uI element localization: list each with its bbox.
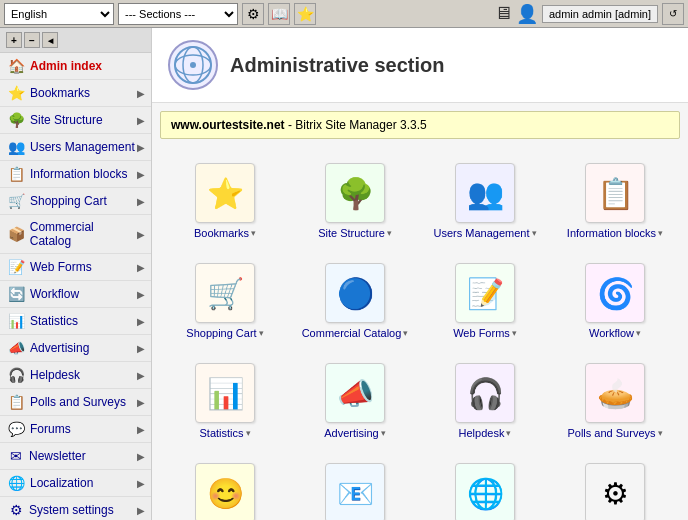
commercial-catalog-dropdown-icon[interactable]: ▾ <box>403 328 408 338</box>
forums-emoji: 😊 <box>207 476 244 511</box>
section-select[interactable]: --- Sections --- <box>118 3 238 25</box>
sidebar-nav-btn[interactable]: ◂ <box>42 32 58 48</box>
sidebar-item-polls-surveys[interactable]: 📋 Polls and Surveys ▶ <box>0 389 151 416</box>
sidebar-arrow: ▶ <box>137 115 145 126</box>
sidebar-item-left: 🏠 Admin index <box>8 58 102 74</box>
sidebar-arrow: ▶ <box>137 397 145 408</box>
icon-cell-forums[interactable]: 😊 Forums ▾ <box>164 455 286 520</box>
sidebar-item-left: ⭐ Bookmarks <box>8 85 90 101</box>
sidebar-item-bookmarks[interactable]: ⭐ Bookmarks ▶ <box>0 80 151 107</box>
statistics-dropdown-icon[interactable]: ▾ <box>246 428 251 438</box>
shopping-cart-label: Shopping Cart ▾ <box>186 327 263 339</box>
sidebar-item-left: 📣 Advertising <box>8 340 89 356</box>
polls-surveys-dropdown-icon[interactable]: ▾ <box>658 428 663 438</box>
icon-cell-statistics[interactable]: 📊 Statistics ▾ <box>164 355 286 447</box>
web-forms-emoji: 📝 <box>467 276 504 311</box>
sidebar-label: Forums <box>30 422 71 436</box>
sidebar-label: Shopping Cart <box>30 194 107 208</box>
sidebar-item-admin-index[interactable]: 🏠 Admin index <box>0 53 151 80</box>
sidebar-expand-btn[interactable]: + <box>6 32 22 48</box>
advertising-dropdown-icon[interactable]: ▾ <box>381 428 386 438</box>
system-settings-icon: ⚙ <box>8 502 24 518</box>
icon-cell-newsletter[interactable]: 📧 Newsletter ▾ <box>294 455 416 520</box>
sidebar-item-system-settings[interactable]: ⚙ System settings ▶ <box>0 497 151 520</box>
icon-cell-advertising[interactable]: 📣 Advertising ▾ <box>294 355 416 447</box>
bookmarks-dropdown-icon[interactable]: ▾ <box>251 228 256 238</box>
site-structure-dropdown-icon[interactable]: ▾ <box>387 228 392 238</box>
workflow-dropdown-icon[interactable]: ▾ <box>636 328 641 338</box>
icon-cell-helpdesk[interactable]: 🎧 Helpdesk ▾ <box>424 355 546 447</box>
web-forms-dropdown-icon[interactable]: ▾ <box>512 328 517 338</box>
sidebar-label: Site Structure <box>30 113 103 127</box>
icon-cell-polls-surveys[interactable]: 🥧 Polls and Surveys ▾ <box>554 355 676 447</box>
sidebar-item-site-structure[interactable]: 🌳 Site Structure ▶ <box>0 107 151 134</box>
statistics-icon-box: 📊 <box>195 363 255 423</box>
settings-icon-btn[interactable]: ⚙ <box>242 3 264 25</box>
sidebar-item-web-forms[interactable]: 📝 Web Forms ▶ <box>0 254 151 281</box>
icon-cell-information-blocks[interactable]: 📋 Information blocks ▾ <box>554 155 676 247</box>
sidebar-item-left: 🌳 Site Structure <box>8 112 103 128</box>
localization-icon-box: 🌐 <box>455 463 515 520</box>
newsletter-emoji: 📧 <box>337 476 374 511</box>
information-blocks-icon: 📋 <box>8 166 25 182</box>
sidebar-arrow: ▶ <box>137 424 145 435</box>
sidebar-arrow: ▶ <box>137 370 145 381</box>
shopping-cart-dropdown-icon[interactable]: ▾ <box>259 328 264 338</box>
bookmarks-icon: ⭐ <box>8 85 25 101</box>
sidebar-item-localization[interactable]: 🌐 Localization ▶ <box>0 470 151 497</box>
bookmarks-icon-box: ⭐ <box>195 163 255 223</box>
polls-surveys-icon-box: 🥧 <box>585 363 645 423</box>
sidebar-item-commercial-catalog[interactable]: 📦 Commercial Catalog ▶ <box>0 215 151 254</box>
icon-cell-workflow[interactable]: 🌀 Workflow ▾ <box>554 255 676 347</box>
information-blocks-dropdown-icon[interactable]: ▾ <box>658 228 663 238</box>
sidebar-item-left: 🎧 Helpdesk <box>8 367 80 383</box>
sidebar-item-workflow[interactable]: 🔄 Workflow ▶ <box>0 281 151 308</box>
icon-cell-site-structure[interactable]: 🌳 Site Structure ▾ <box>294 155 416 247</box>
sidebar-item-information-blocks[interactable]: 📋 Information blocks ▶ <box>0 161 151 188</box>
sidebar-arrow: ▶ <box>137 505 145 516</box>
statistics-label: Statistics ▾ <box>199 427 250 439</box>
sidebar-item-left: 📊 Statistics <box>8 313 78 329</box>
site-info-bar: www.ourtestsite.net - Bitrix Site Manage… <box>160 111 680 139</box>
information-blocks-emoji: 📋 <box>597 176 634 211</box>
star-icon-btn[interactable]: ⭐ <box>294 3 316 25</box>
web-forms-label: Web Forms ▾ <box>453 327 517 339</box>
sidebar-item-shopping-cart[interactable]: 🛒 Shopping Cart ▶ <box>0 188 151 215</box>
shopping-cart-icon: 🛒 <box>8 193 25 209</box>
sidebar-label: Bookmarks <box>30 86 90 100</box>
admin-label: admin admin [admin] <box>542 5 658 23</box>
book-icon-btn[interactable]: 📖 <box>268 3 290 25</box>
sidebar-item-newsletter[interactable]: ✉ Newsletter ▶ <box>0 443 151 470</box>
sidebar-item-users-management[interactable]: 👥 Users Management ▶ <box>0 134 151 161</box>
icon-cell-web-forms[interactable]: 📝 Web Forms ▾ <box>424 255 546 347</box>
icon-cell-system-settings[interactable]: ⚙ System settings ▾ <box>554 455 676 520</box>
sidebar-item-forums[interactable]: 💬 Forums ▶ <box>0 416 151 443</box>
icon-cell-localization[interactable]: 🌐 Localization ▾ <box>424 455 546 520</box>
polls-surveys-emoji: 🥧 <box>597 376 634 411</box>
newsletter-icon: ✉ <box>8 448 24 464</box>
sidebar-collapse-btn[interactable]: − <box>24 32 40 48</box>
system-settings-emoji: ⚙ <box>602 476 629 511</box>
icon-cell-users-management[interactable]: 👥 Users Management ▾ <box>424 155 546 247</box>
sidebar-arrow: ▶ <box>137 289 145 300</box>
icon-cell-shopping-cart[interactable]: 🛒 Shopping Cart ▾ <box>164 255 286 347</box>
sidebar-item-advertising[interactable]: 📣 Advertising ▶ <box>0 335 151 362</box>
icon-cell-bookmarks[interactable]: ⭐ Bookmarks ▾ <box>164 155 286 247</box>
sidebar-item-statistics[interactable]: 📊 Statistics ▶ <box>0 308 151 335</box>
users-management-dropdown-icon[interactable]: ▾ <box>532 228 537 238</box>
sidebar-arrow: ▶ <box>137 262 145 273</box>
sidebar-item-helpdesk[interactable]: 🎧 Helpdesk ▶ <box>0 362 151 389</box>
sidebar-label: Newsletter <box>29 449 86 463</box>
icon-cell-commercial-catalog[interactable]: 🔵 Commercial Catalog ▾ <box>294 255 416 347</box>
icons-grid: ⭐ Bookmarks ▾ 🌳 Site Structure ▾ 👥 Users… <box>152 147 688 520</box>
helpdesk-dropdown-icon[interactable]: ▾ <box>506 428 511 438</box>
statistics-icon: 📊 <box>8 313 25 329</box>
sidebar-label: Workflow <box>30 287 79 301</box>
sidebar-label: Web Forms <box>30 260 92 274</box>
sidebar-item-left: 🌐 Localization <box>8 475 93 491</box>
forums-icon-box: 😊 <box>195 463 255 520</box>
refresh-btn[interactable]: ↺ <box>662 3 684 25</box>
sidebar-item-left: 📋 Polls and Surveys <box>8 394 126 410</box>
language-select[interactable]: English <box>4 3 114 25</box>
sidebar-label: Statistics <box>30 314 78 328</box>
